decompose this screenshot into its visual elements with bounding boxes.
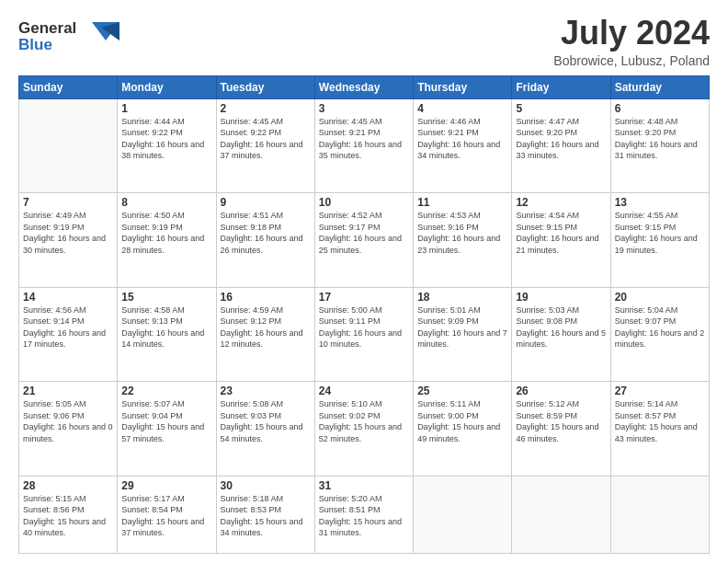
calendar-week-row: 21 Sunrise: 5:05 AM Sunset: 9:06 PM Dayl…: [19, 382, 710, 477]
calendar-header-row: Sunday Monday Tuesday Wednesday Thursday…: [19, 75, 710, 98]
day-info: Sunrise: 4:46 AM Sunset: 9:21 PM Dayligh…: [417, 116, 507, 162]
day-number: 18: [417, 291, 507, 304]
col-monday: Monday: [118, 75, 216, 98]
logo: General Blue: [18, 15, 119, 61]
col-saturday: Saturday: [610, 75, 709, 98]
day-number: 16: [221, 291, 311, 304]
calendar-table: Sunday Monday Tuesday Wednesday Thursday…: [18, 75, 710, 554]
table-row: 25 Sunrise: 5:11 AM Sunset: 9:00 PM Dayl…: [414, 382, 512, 477]
day-number: 7: [23, 196, 113, 209]
day-number: 21: [23, 385, 113, 397]
day-info: Sunrise: 4:50 AM Sunset: 9:19 PM Dayligh…: [121, 210, 211, 256]
day-info: Sunrise: 5:12 AM Sunset: 8:59 PM Dayligh…: [516, 398, 606, 444]
day-info: Sunrise: 5:08 AM Sunset: 9:03 PM Dayligh…: [221, 398, 311, 444]
day-number: 28: [23, 479, 113, 492]
day-info: Sunrise: 5:01 AM Sunset: 9:09 PM Dayligh…: [417, 304, 507, 350]
day-number: 13: [615, 196, 705, 209]
day-info: Sunrise: 5:04 AM Sunset: 9:07 PM Dayligh…: [615, 304, 705, 350]
day-info: Sunrise: 5:11 AM Sunset: 9:00 PM Dayligh…: [417, 398, 507, 444]
day-info: Sunrise: 5:03 AM Sunset: 9:08 PM Dayligh…: [516, 304, 606, 350]
day-number: 19: [516, 291, 606, 304]
table-row: 28 Sunrise: 5:15 AM Sunset: 8:56 PM Dayl…: [19, 476, 118, 553]
table-row: 16 Sunrise: 4:59 AM Sunset: 9:12 PM Dayl…: [216, 287, 314, 382]
day-number: 1: [121, 102, 211, 115]
table-row: 1 Sunrise: 4:44 AM Sunset: 9:22 PM Dayli…: [118, 98, 216, 193]
table-row: 21 Sunrise: 5:05 AM Sunset: 9:06 PM Dayl…: [19, 382, 118, 477]
table-row: 29 Sunrise: 5:17 AM Sunset: 8:54 PM Dayl…: [118, 476, 216, 553]
day-info: Sunrise: 4:49 AM Sunset: 9:19 PM Dayligh…: [23, 210, 113, 256]
day-number: 6: [615, 102, 705, 115]
table-row: 2 Sunrise: 4:45 AM Sunset: 9:22 PM Dayli…: [216, 98, 314, 193]
day-info: Sunrise: 5:18 AM Sunset: 8:53 PM Dayligh…: [221, 493, 311, 539]
table-row: 10 Sunrise: 4:52 AM Sunset: 9:17 PM Dayl…: [314, 193, 413, 288]
day-number: 26: [516, 385, 606, 397]
table-row: 5 Sunrise: 4:47 AM Sunset: 9:20 PM Dayli…: [512, 98, 610, 193]
title-block: July 2024 Bobrowice, Lubusz, Poland: [553, 15, 710, 68]
table-row: 12 Sunrise: 4:54 AM Sunset: 9:15 PM Dayl…: [512, 193, 610, 288]
table-row: 30 Sunrise: 5:18 AM Sunset: 8:53 PM Dayl…: [216, 476, 314, 553]
day-number: 9: [221, 196, 311, 209]
calendar-week-row: 28 Sunrise: 5:15 AM Sunset: 8:56 PM Dayl…: [19, 476, 710, 553]
table-row: 17 Sunrise: 5:00 AM Sunset: 9:11 PM Dayl…: [314, 287, 413, 382]
table-row: 18 Sunrise: 5:01 AM Sunset: 9:09 PM Dayl…: [414, 287, 512, 382]
day-number: 17: [319, 291, 409, 304]
table-row: 11 Sunrise: 4:53 AM Sunset: 9:16 PM Dayl…: [414, 193, 512, 288]
day-info: Sunrise: 5:17 AM Sunset: 8:54 PM Dayligh…: [121, 493, 211, 539]
day-info: Sunrise: 4:44 AM Sunset: 9:22 PM Dayligh…: [121, 116, 211, 162]
table-row: 20 Sunrise: 5:04 AM Sunset: 9:07 PM Dayl…: [610, 287, 709, 382]
day-info: Sunrise: 5:20 AM Sunset: 8:51 PM Dayligh…: [319, 493, 409, 539]
day-number: 29: [121, 479, 211, 492]
table-row: 14 Sunrise: 4:56 AM Sunset: 9:14 PM Dayl…: [19, 287, 118, 382]
day-number: 10: [319, 196, 409, 209]
table-row: 4 Sunrise: 4:46 AM Sunset: 9:21 PM Dayli…: [414, 98, 512, 193]
col-friday: Friday: [512, 75, 610, 98]
day-number: 8: [121, 196, 211, 209]
day-number: 11: [417, 196, 507, 209]
table-row: 6 Sunrise: 4:48 AM Sunset: 9:20 PM Dayli…: [610, 98, 709, 193]
day-info: Sunrise: 5:10 AM Sunset: 9:02 PM Dayligh…: [319, 398, 409, 444]
svg-text:Blue: Blue: [18, 36, 52, 53]
calendar-week-row: 14 Sunrise: 4:56 AM Sunset: 9:14 PM Dayl…: [19, 287, 710, 382]
day-number: 27: [615, 385, 705, 397]
table-row: 8 Sunrise: 4:50 AM Sunset: 9:19 PM Dayli…: [118, 193, 216, 288]
day-info: Sunrise: 4:48 AM Sunset: 9:20 PM Dayligh…: [615, 116, 705, 162]
table-row: 23 Sunrise: 5:08 AM Sunset: 9:03 PM Dayl…: [216, 382, 314, 477]
calendar-week-row: 7 Sunrise: 4:49 AM Sunset: 9:19 PM Dayli…: [19, 193, 710, 288]
table-row: 19 Sunrise: 5:03 AM Sunset: 9:08 PM Dayl…: [512, 287, 610, 382]
table-row: [610, 476, 709, 553]
day-number: 3: [319, 102, 409, 115]
table-row: 24 Sunrise: 5:10 AM Sunset: 9:02 PM Dayl…: [314, 382, 413, 477]
day-number: 20: [615, 291, 705, 304]
day-number: 24: [319, 385, 409, 397]
day-info: Sunrise: 4:53 AM Sunset: 9:16 PM Dayligh…: [417, 210, 507, 256]
day-info: Sunrise: 4:45 AM Sunset: 9:22 PM Dayligh…: [221, 116, 311, 162]
col-tuesday: Tuesday: [216, 75, 314, 98]
day-number: 22: [121, 385, 211, 397]
day-info: Sunrise: 5:15 AM Sunset: 8:56 PM Dayligh…: [23, 493, 113, 539]
day-number: 15: [121, 291, 211, 304]
day-info: Sunrise: 4:58 AM Sunset: 9:13 PM Dayligh…: [121, 304, 211, 350]
month-title: July 2024: [553, 15, 710, 52]
table-row: [19, 98, 118, 193]
table-row: 3 Sunrise: 4:45 AM Sunset: 9:21 PM Dayli…: [314, 98, 413, 193]
table-row: 7 Sunrise: 4:49 AM Sunset: 9:19 PM Dayli…: [19, 193, 118, 288]
day-number: 12: [516, 196, 606, 209]
table-row: [512, 476, 610, 553]
svg-text:General: General: [18, 19, 76, 37]
day-info: Sunrise: 4:54 AM Sunset: 9:15 PM Dayligh…: [516, 210, 606, 256]
table-row: 9 Sunrise: 4:51 AM Sunset: 9:18 PM Dayli…: [216, 193, 314, 288]
logo-text: General Blue: [18, 15, 119, 61]
col-sunday: Sunday: [19, 75, 118, 98]
page: General Blue July 2024 Bobrowice, Lubusz…: [0, 0, 728, 563]
day-info: Sunrise: 5:00 AM Sunset: 9:11 PM Dayligh…: [319, 304, 409, 350]
table-row: 26 Sunrise: 5:12 AM Sunset: 8:59 PM Dayl…: [512, 382, 610, 477]
day-info: Sunrise: 4:56 AM Sunset: 9:14 PM Dayligh…: [23, 304, 113, 350]
table-row: 13 Sunrise: 4:55 AM Sunset: 9:15 PM Dayl…: [610, 193, 709, 288]
day-info: Sunrise: 4:59 AM Sunset: 9:12 PM Dayligh…: [221, 304, 311, 350]
calendar-week-row: 1 Sunrise: 4:44 AM Sunset: 9:22 PM Dayli…: [19, 98, 710, 193]
day-number: 4: [417, 102, 507, 115]
table-row: 31 Sunrise: 5:20 AM Sunset: 8:51 PM Dayl…: [314, 476, 413, 553]
table-row: 27 Sunrise: 5:14 AM Sunset: 8:57 PM Dayl…: [610, 382, 709, 477]
table-row: [414, 476, 512, 553]
day-number: 2: [221, 102, 311, 115]
